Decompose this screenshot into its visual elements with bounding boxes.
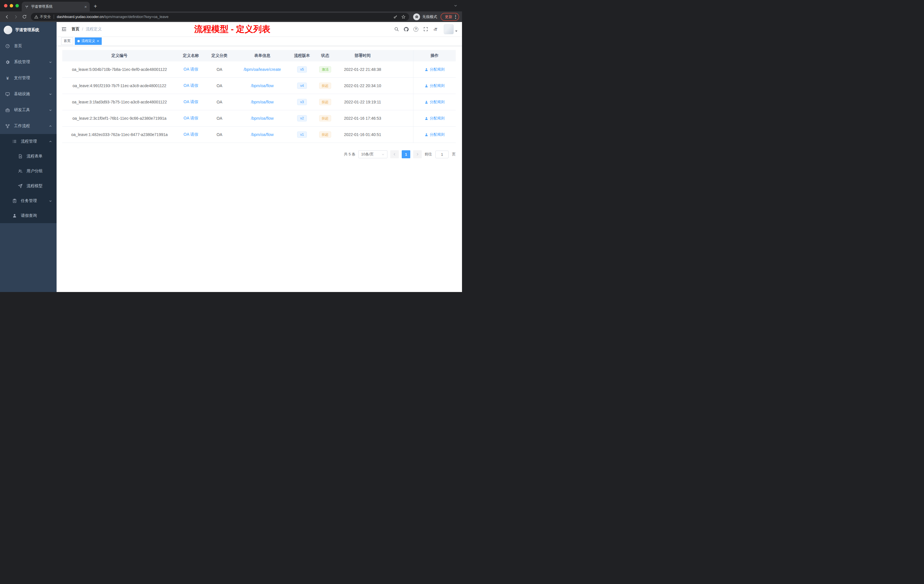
- main-area: 首页 / 流程定义 流程模型 - 定义列表 ? тT: [56, 22, 462, 292]
- tag-home[interactable]: 首页: [61, 38, 73, 45]
- sidebar-item-home[interactable]: 首页: [0, 38, 56, 54]
- sidebar-item-leave-query[interactable]: 请假查询: [0, 208, 56, 223]
- forward-button[interactable]: [12, 13, 20, 21]
- form-link[interactable]: /bpm/oa/leave/create: [244, 67, 281, 72]
- user-icon: [424, 133, 428, 137]
- breadcrumb-separator: /: [82, 27, 83, 31]
- deploy-time: 2022-01-22 19:19:11: [337, 94, 388, 110]
- next-page-button[interactable]: [413, 150, 422, 158]
- form-link[interactable]: /bpm/oa/flow: [251, 83, 274, 88]
- version-badge: v4: [297, 82, 307, 89]
- status-badge: 挂起: [319, 99, 331, 106]
- update-label[interactable]: 更新: [445, 14, 452, 20]
- chevron-down-icon: [49, 92, 52, 96]
- definition-category: OA: [205, 78, 234, 94]
- user-menu[interactable]: [444, 24, 457, 34]
- prev-page-button[interactable]: [390, 150, 399, 158]
- select-caret-icon: [381, 153, 384, 156]
- back-button[interactable]: [3, 13, 12, 21]
- workflow-icon: [5, 124, 10, 129]
- page-size-select[interactable]: 10条/页: [358, 150, 388, 158]
- assign-rule-button[interactable]: 分配规则: [424, 99, 445, 105]
- breadcrumb: 首页 / 流程定义: [71, 26, 102, 32]
- assign-rule-button[interactable]: 分配规则: [424, 132, 445, 137]
- sidebar-item-workflow[interactable]: 工作流程: [0, 118, 56, 134]
- form-link[interactable]: /bpm/oa/flow: [251, 116, 274, 120]
- goto-page-input[interactable]: [436, 150, 449, 158]
- fullscreen-window-button[interactable]: [15, 4, 19, 7]
- minimize-window-button[interactable]: [10, 4, 13, 7]
- fullscreen-icon[interactable]: [422, 26, 429, 33]
- avatar[interactable]: [444, 24, 454, 34]
- address-bar[interactable]: 不安全 dashboard.yudao.iocoder.cn/bpm/manag…: [31, 13, 409, 21]
- sidebar: 芋道管理系统 首页 系统管理 ¥ 支付管理: [0, 22, 56, 292]
- browser-menu-icon[interactable]: [455, 14, 457, 20]
- reload-button[interactable]: [20, 13, 28, 21]
- sidebar-collapse-icon[interactable]: [61, 26, 67, 32]
- chevron-down-icon: [49, 109, 52, 112]
- url-text[interactable]: dashboard.yudao.iocoder.cn/bpm/manager/d…: [57, 15, 168, 19]
- new-tab-button[interactable]: +: [94, 3, 97, 10]
- github-icon[interactable]: [403, 26, 410, 33]
- form-link[interactable]: /bpm/oa/flow: [251, 100, 274, 104]
- search-icon[interactable]: [393, 26, 400, 33]
- chevron-up-icon: [49, 140, 52, 143]
- form-link[interactable]: /bpm/oa/flow: [251, 132, 274, 137]
- sidebar-logo[interactable]: 芋道管理系统: [0, 22, 56, 38]
- definition-name-link[interactable]: OA 请假: [183, 116, 198, 121]
- definition-name-link[interactable]: OA 请假: [183, 132, 198, 137]
- definition-name-link[interactable]: OA 请假: [183, 67, 198, 72]
- password-key-icon[interactable]: [393, 15, 398, 19]
- browser-tab[interactable]: 芋道管理系统 ×: [22, 2, 90, 12]
- window-controls: [4, 4, 19, 7]
- tab-close-icon[interactable]: ×: [84, 5, 87, 9]
- update-chip[interactable]: 更新: [441, 13, 459, 21]
- sidebar-item-user-group[interactable]: 用户分组: [0, 164, 56, 178]
- sidebar-item-dev-tools[interactable]: 研发工具: [0, 102, 56, 118]
- col-definition-category: 定义分类: [205, 50, 234, 61]
- workflow-submenu: 流程管理 流程表单 用户分组: [0, 134, 56, 223]
- definition-name-link[interactable]: OA 请假: [183, 83, 198, 88]
- tag-close-icon[interactable]: ×: [97, 39, 99, 43]
- sidebar-item-process-management[interactable]: 流程管理: [0, 134, 56, 149]
- tab-search-chevron-icon[interactable]: [454, 4, 457, 7]
- assign-rule-button[interactable]: 分配规则: [424, 83, 445, 88]
- sidebar-item-process-model[interactable]: 流程模型: [0, 178, 56, 193]
- monitor-icon: [5, 92, 10, 97]
- status-badge: 挂起: [319, 82, 331, 89]
- sidebar-item-process-form[interactable]: 流程表单: [0, 149, 56, 164]
- sidebar-item-system[interactable]: 系统管理: [0, 54, 56, 70]
- breadcrumb-home[interactable]: 首页: [71, 26, 79, 32]
- navbar-actions: ? тT: [393, 24, 457, 34]
- definition-id: oa_leave:4:991f2193-7b7f-11ec-a3c8-acde4…: [62, 78, 177, 94]
- security-label[interactable]: 不安全: [40, 14, 51, 20]
- font-size-icon[interactable]: тT: [432, 26, 439, 33]
- sidebar-item-payment[interactable]: ¥ 支付管理: [0, 70, 56, 86]
- close-window-button[interactable]: [4, 4, 7, 7]
- pagination-total: 共 5 条: [344, 152, 355, 157]
- tags-view-bar: 首页 流程定义 ×: [56, 36, 462, 46]
- bookmark-star-icon[interactable]: [401, 15, 406, 19]
- definition-name-link[interactable]: OA 请假: [183, 99, 198, 105]
- tag-process-definition[interactable]: 流程定义 ×: [75, 38, 102, 45]
- help-icon[interactable]: ?: [412, 26, 419, 33]
- col-definition-name: 定义名称: [177, 50, 205, 61]
- sidebar-item-task-management[interactable]: 任务管理: [0, 193, 56, 208]
- avatar-caret-icon: [455, 31, 457, 33]
- chevron-down-icon: [49, 200, 52, 203]
- assign-rule-button[interactable]: 分配规则: [424, 116, 445, 121]
- sidebar-item-infrastructure[interactable]: 基础设施: [0, 86, 56, 102]
- status-badge: 激活: [319, 66, 331, 73]
- toolbox-icon: [5, 108, 10, 112]
- col-definition-id: 定义编号: [62, 50, 177, 61]
- definition-table: 定义编号 定义名称 定义分类 表单信息 流程版本 状态 部署时间 操作 oa_l…: [62, 50, 456, 143]
- tab-title: 芋道管理系统: [31, 4, 82, 9]
- assign-rule-button[interactable]: 分配规则: [424, 67, 445, 72]
- app-logo-image: [4, 26, 12, 34]
- page-number-button[interactable]: 1: [402, 150, 410, 158]
- definition-id: oa_leave:2:3c1f0ef1-76b1-11ec-9c66-a2380…: [62, 110, 177, 126]
- page-unit-label: 页: [452, 152, 456, 157]
- not-secure-warning-icon: [34, 15, 38, 19]
- version-badge: v5: [297, 66, 307, 73]
- col-deploy-time: 部署时间: [337, 50, 388, 61]
